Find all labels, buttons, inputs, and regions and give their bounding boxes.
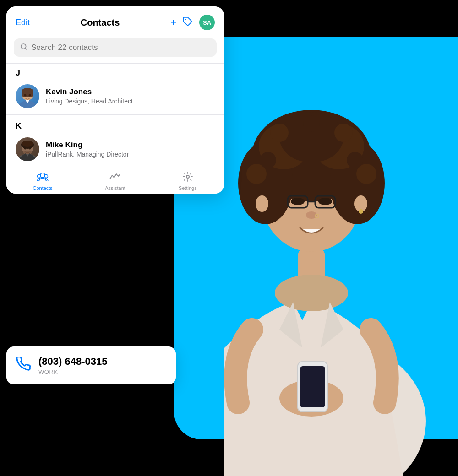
- svg-point-49: [186, 175, 189, 178]
- page-title: Contacts: [30, 17, 170, 28]
- edit-button[interactable]: Edit: [16, 18, 30, 27]
- svg-point-16: [303, 115, 320, 132]
- svg-point-11: [260, 152, 276, 168]
- svg-point-43: [24, 147, 27, 150]
- section-header-k: K: [6, 117, 224, 133]
- svg-point-13: [347, 152, 363, 168]
- svg-point-44: [29, 147, 31, 150]
- svg-point-24: [256, 195, 268, 212]
- assistant-icon: [109, 172, 121, 184]
- section-header-j: J: [6, 64, 224, 80]
- svg-rect-29: [300, 366, 325, 407]
- svg-point-37: [24, 94, 27, 97]
- contacts-label: Contacts: [33, 185, 52, 191]
- app-header: Edit Contacts + SA: [6, 6, 224, 35]
- kevin-detail: Living Designs, Head Architect: [46, 97, 133, 105]
- mike-name: Mike King: [46, 141, 129, 150]
- tag-icon[interactable]: [183, 16, 193, 29]
- svg-rect-45: [23, 151, 32, 154]
- svg-point-2: [275, 275, 348, 311]
- section-sep: [6, 114, 224, 115]
- kevin-name: Kevin Jones: [46, 87, 133, 97]
- phone-number-card[interactable]: (803) 648-0315 WORK: [6, 346, 176, 384]
- header-actions: + SA: [170, 15, 215, 30]
- assistant-label: Assistant: [105, 185, 125, 191]
- search-input[interactable]: [31, 43, 210, 52]
- mike-avatar: [16, 137, 39, 161]
- svg-point-38: [29, 94, 31, 97]
- svg-point-15: [334, 124, 353, 142]
- nav-contacts[interactable]: Contacts: [6, 170, 79, 192]
- svg-point-26: [359, 209, 363, 214]
- mike-info: Mike King iPullRank, Managing Director: [46, 141, 129, 158]
- svg-point-42: [22, 141, 33, 147]
- search-bar: [14, 38, 217, 57]
- nav-assistant[interactable]: Assistant: [79, 170, 151, 192]
- svg-point-18: [318, 198, 332, 205]
- svg-line-32: [25, 48, 27, 49]
- kevin-avatar: [16, 84, 39, 108]
- search-icon: [20, 43, 27, 52]
- contact-mike-king[interactable]: Mike King iPullRank, Managing Director: [6, 133, 224, 166]
- user-avatar[interactable]: SA: [199, 15, 215, 30]
- settings-label: Settings: [179, 185, 197, 191]
- phone-icon: [16, 357, 31, 374]
- add-contact-button[interactable]: +: [170, 16, 176, 28]
- svg-point-14: [270, 124, 289, 142]
- phone-ui-panel: Edit Contacts + SA J: [6, 6, 224, 194]
- nav-settings[interactable]: Settings: [152, 170, 224, 192]
- phone-type-label: WORK: [38, 368, 107, 375]
- contact-kevin-jones[interactable]: Kevin Jones Living Designs, Head Archite…: [6, 80, 224, 113]
- contacts-icon: [37, 172, 49, 184]
- kevin-info: Kevin Jones Living Designs, Head Archite…: [46, 87, 133, 105]
- mike-detail: iPullRank, Managing Director: [46, 151, 129, 158]
- svg-point-17: [291, 198, 305, 205]
- phone-card-details: (803) 648-0315 WORK: [38, 356, 107, 375]
- bottom-nav: Contacts Assistant Settings: [6, 166, 224, 194]
- svg-point-46: [40, 173, 45, 178]
- svg-rect-36: [22, 93, 33, 97]
- phone-number-text: (803) 648-0315: [38, 356, 107, 368]
- settings-icon: [183, 172, 193, 184]
